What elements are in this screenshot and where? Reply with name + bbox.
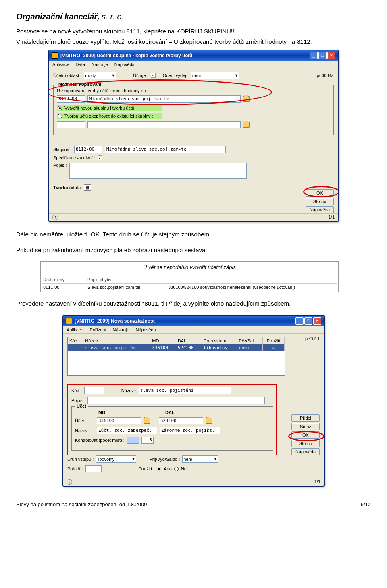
input-empty2[interactable]	[87, 121, 241, 128]
company-bold: Organizační kancelář,	[16, 12, 100, 21]
menubar: Aplikace Pořízení Nástroje Nápověda	[63, 326, 324, 334]
minimize-button[interactable]: _	[310, 52, 318, 59]
close-button[interactable]: ×	[313, 317, 321, 325]
checkbox-spec[interactable]: ✓	[98, 155, 102, 160]
gh-vstup: Druh vstupu	[202, 337, 237, 344]
chevron-down-icon: ▼	[111, 73, 115, 77]
lbl-tvorba: Tvorba účtů :	[53, 185, 81, 190]
radio-ano-label: Ano	[164, 466, 172, 471]
footer-left: Slevy na pojistném na sociální zabezpeče…	[16, 501, 147, 507]
lbl-nazev: Název :	[121, 388, 136, 393]
err-h2: Popis chyby	[87, 277, 168, 282]
menu-nastroje[interactable]: Nástroje	[113, 327, 129, 332]
ok-button[interactable]: OK	[291, 431, 320, 439]
napoveda-button[interactable]: Nápověda	[306, 206, 334, 213]
radio-ne[interactable]	[174, 467, 179, 471]
app-icon	[52, 52, 58, 59]
input-skupina-kod[interactable]: 8112-00	[74, 146, 102, 153]
status-text: 1/1	[314, 479, 320, 485]
input-nazev[interactable]: sleva soc. pojištění	[139, 387, 231, 394]
window-copy-group: [VNITRO_2009] Účetní skupina - kopie vče…	[48, 50, 339, 222]
err-msg: 336100/524100 souvztažnost nenalezena! (…	[168, 285, 336, 290]
app-icon	[66, 318, 72, 324]
statusbar: i 1/1	[63, 478, 324, 486]
lbl-oblast: Účetní oblast :	[53, 73, 81, 78]
input-popis[interactable]	[87, 397, 265, 404]
gh-pouziti: Použití	[263, 337, 285, 344]
radio-existing-group[interactable]	[58, 114, 62, 118]
menu-aplikace[interactable]: Aplikace	[67, 327, 83, 332]
header-rule	[16, 23, 371, 23]
minimize-button[interactable]: _	[295, 317, 304, 325]
info-icon: i	[67, 479, 72, 485]
menu-data[interactable]: Data	[76, 62, 85, 67]
chevron-down-icon: ▼	[214, 457, 217, 461]
input-kod[interactable]	[84, 387, 104, 394]
gh-pvs: P/V/Sal	[237, 337, 263, 344]
menu-porizeni[interactable]: Pořízení	[90, 327, 106, 332]
err-kod: 8111-00	[43, 285, 87, 290]
select-pvs[interactable]: není▼	[182, 455, 218, 463]
gr-pouziti: ☑	[263, 344, 285, 351]
gh-nazev: Název	[83, 337, 150, 344]
tvorba-icon[interactable]: ▦	[84, 184, 91, 191]
input-dal[interactable]: 524100	[159, 417, 203, 424]
input-kod-8112-name[interactable]: Mimořádná sleva soc.poj.zam-te	[87, 95, 241, 103]
err-name: Sleva soc.pojištění zam-tel	[87, 285, 168, 290]
textarea-popis[interactable]	[69, 163, 247, 179]
grid-row[interactable]: sleva soc. pojištění 336100 524100 libov…	[68, 344, 285, 351]
select-ocen[interactable]: není▼	[191, 72, 239, 79]
input-dal-name: Zákonné soc. pojišt.	[160, 427, 220, 434]
radio-ano[interactable]	[157, 467, 161, 471]
grp-moznosti-title: Možnosti kopírování	[57, 82, 103, 87]
storno-button[interactable]: Storno	[291, 440, 320, 447]
lbl-poradi: Pořadí :	[67, 466, 83, 471]
input-md[interactable]: 336100	[97, 417, 141, 424]
input-kontrol-2[interactable]: 6	[141, 437, 154, 444]
pc-id: pc0084a	[317, 73, 334, 78]
close-button[interactable]: ×	[327, 52, 335, 59]
folder-open-icon[interactable]	[144, 418, 150, 424]
menu-aplikace[interactable]: Aplikace	[52, 62, 69, 67]
smaz-button[interactable]: Smaž	[291, 423, 320, 430]
menu-nastroje[interactable]: Nástroje	[92, 62, 108, 67]
lbl-spec: Specifikace - aktivní :	[53, 155, 95, 160]
menu-napoveda[interactable]: Nápověda	[136, 327, 156, 332]
radio-exist-label: Tvorbu účtů zkopírovat do existující sku…	[64, 114, 153, 118]
pridej-button[interactable]: Přidej	[291, 414, 320, 422]
input-poradi[interactable]	[85, 465, 102, 472]
gh-md: MD	[150, 337, 176, 344]
radio-new-group[interactable]	[58, 106, 62, 110]
select-druh[interactable]: libovolný▼	[96, 455, 136, 463]
gr-md: 336100	[150, 344, 176, 351]
status-text: 1/1	[329, 215, 335, 220]
select-oblast[interactable]: mzdy▼	[84, 72, 116, 79]
lbl-uctuje: Účtuje :	[133, 73, 148, 78]
group-ucet: Účet MD DAL Účet : 336100 524100	[71, 406, 273, 451]
side-buttons: OK Storno Nápověda	[306, 189, 334, 213]
menu-napoveda[interactable]: Nápověda	[114, 62, 135, 67]
folder-open-icon[interactable]	[243, 122, 250, 128]
maximize-button[interactable]: □	[318, 52, 327, 59]
statusbar: i 1/1	[49, 213, 338, 221]
maximize-button[interactable]: □	[304, 317, 312, 325]
checkbox-uctuje[interactable]: ✓	[151, 73, 156, 78]
input-skupina-name[interactable]: Mimořádná sleva soc.poj.zam-te	[105, 146, 226, 153]
ok-button[interactable]: OK	[306, 189, 334, 197]
page-footer: Slevy na pojistném na sociální zabezpeče…	[16, 499, 371, 507]
folder-open-icon[interactable]	[206, 418, 212, 424]
data-grid[interactable]: Kód Název MD DAL Druh vstupu P/V/Sal Pou…	[67, 337, 285, 376]
input-empty1[interactable]	[57, 121, 85, 128]
gr-pvs: není	[237, 344, 263, 351]
gr-dal: 524100	[176, 344, 202, 351]
storno-button[interactable]: Storno	[306, 198, 334, 205]
lbl-popis: Popis :	[53, 163, 67, 168]
input-kontrol-1[interactable]	[127, 437, 139, 444]
napoveda-button[interactable]: Nápověda	[291, 448, 320, 455]
gh-dal: DAL	[176, 337, 202, 344]
input-kod-8112[interactable]: 8112-00	[57, 95, 85, 103]
error-title: U vět se nepodařilo vytvořit účetní zápi…	[42, 263, 337, 276]
lbl-pvs: Příj/Výd/Saldo :	[149, 457, 180, 462]
folder-open-icon[interactable]	[243, 96, 250, 102]
input-md-name: Zúčt. soc. zabezpeč.	[97, 427, 157, 434]
